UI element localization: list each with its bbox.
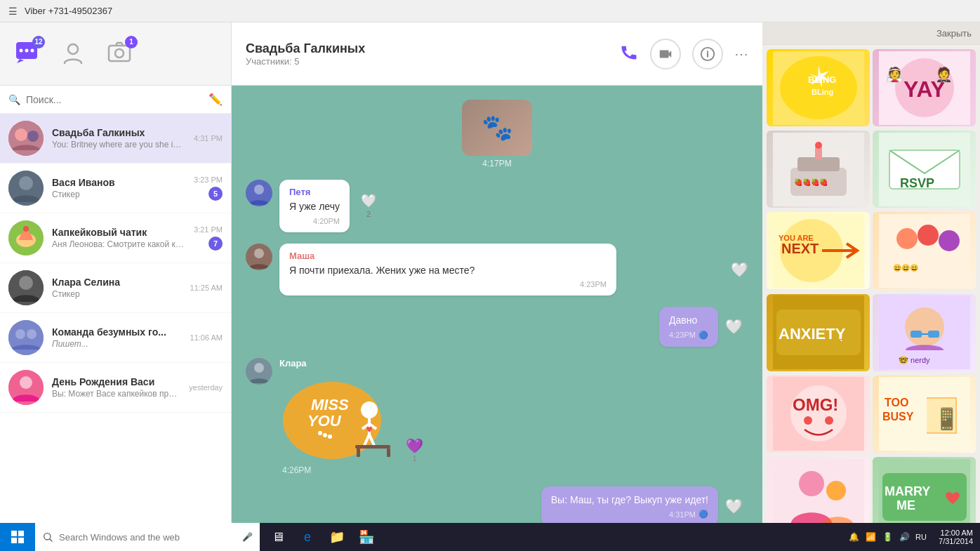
chat-meta-bday: yesterday [189, 383, 223, 392]
like-petya[interactable]: 🤍 2 [361, 193, 376, 218]
taskbar-search-area: 🎤 [35, 523, 260, 551]
svg-rect-66 [879, 214, 970, 288]
dog-sticker-time: 4:17PM [482, 159, 511, 168]
taskbar-search-icon [42, 531, 53, 543]
chat-subtitle: Участники: 5 [246, 56, 612, 67]
taskbar: 🎤 🖥 e 📁 🏪 🔔 📶 🔋 🔊 RU 12:00 AM 7/31/2014 [0, 523, 980, 551]
call-button[interactable] [619, 42, 639, 66]
taskbar-browser-icon[interactable]: e [295, 523, 320, 551]
chat-info-svadba: Свадьба Галкиных You: Britney where are … [52, 127, 185, 150]
svg-point-26 [254, 248, 264, 258]
message-klara-sticker: Клара MISS YOU [246, 358, 748, 475]
svg-point-69 [939, 230, 960, 251]
battery-icon[interactable]: 🔋 [880, 530, 894, 544]
svg-rect-78 [928, 331, 939, 338]
app-body: 12 1 [0, 22, 980, 551]
avatar-cupcake [8, 220, 44, 255]
svg-point-11 [19, 176, 33, 190]
svg-text:ME: ME [896, 498, 915, 512]
like-masha[interactable]: 🤍 [731, 261, 748, 278]
chat-header-info: Свадьба Галкиных Участники: 5 [246, 41, 612, 67]
svg-text:NEXT: NEXT [781, 241, 819, 256]
chat-item-vasya[interactable]: Вася Иванов Стикер 3:23 PM 5 [0, 164, 231, 213]
chat-name-vasya: Вася Иванов [52, 177, 185, 188]
sticker-cake[interactable]: 🍓🍓🍓🍓 [767, 131, 870, 208]
chat-item-klara[interactable]: Клара Селина Стикер 11:25 AM [0, 263, 231, 313]
text-davno: Давно [669, 314, 708, 328]
sidebar-item-contacts[interactable] [60, 40, 86, 68]
sender-masha: Маша [289, 251, 607, 261]
sticker-anxiety[interactable]: ANXIETY ! [767, 294, 870, 371]
svg-point-4 [68, 44, 78, 54]
chat-badge-cupcake: 7 [208, 237, 223, 251]
svg-rect-105 [18, 531, 24, 536]
svg-rect-107 [18, 538, 24, 543]
svg-point-92 [826, 481, 846, 500]
taskbar-desktop-icon[interactable]: 🖥 [265, 523, 291, 551]
text-mashgde: Вы: Маш, ты где? Выкуп уже идет! [551, 493, 708, 507]
chat-meta-svadba: 4:31 PM [194, 134, 223, 142]
svg-point-68 [918, 225, 939, 246]
more-button[interactable]: ⋯ [734, 46, 748, 62]
video-call-button[interactable] [650, 39, 681, 69]
svg-point-57 [815, 142, 822, 149]
svg-text:MARRY: MARRY [885, 484, 930, 498]
sidebar-header: 12 1 [0, 22, 231, 86]
chat-item-cupcake[interactable]: Капкейковый чатик Аня Леонова: Смотрите … [0, 213, 231, 263]
network-icon[interactable]: 📶 [863, 530, 878, 544]
close-sticker-button[interactable]: Закрыть [936, 28, 972, 39]
chat-header: Свадьба Галкиных Участники: 5 [232, 22, 762, 86]
svg-rect-104 [11, 531, 17, 536]
taskbar-folder-icon[interactable]: 📁 [324, 523, 350, 551]
svg-point-35 [361, 401, 378, 418]
notifications-icon[interactable]: 🔔 [847, 530, 861, 544]
svg-text:😄😄😄: 😄😄😄 [893, 263, 919, 272]
message-dog-sticker: 🐾 4:17PM [246, 100, 748, 168]
chat-preview-cupcake: Аня Леонова: Смотрите какой капкейк я пи… [52, 239, 185, 249]
chat-item-bday[interactable]: День Рождения Васи Вы: Может Васе капкей… [0, 363, 231, 413]
chat-time-svadba: 4:31 PM [194, 134, 223, 142]
taskbar-sys-area: 🔔 📶 🔋 🔊 RU 12:00 AM 7/31/2014 [840, 529, 980, 545]
svg-point-1 [20, 48, 23, 52]
chat-name-cupcake: Капкейковый чатик [52, 227, 185, 238]
like-klara-sticker[interactable]: 💜 [406, 437, 423, 454]
sticker-friends[interactable]: 😄😄😄 [873, 212, 976, 289]
edit-icon[interactable]: ✏️ [208, 93, 223, 106]
search-bar: 🔍 ✏️ [0, 86, 231, 114]
chat-name-klara: Клара Селина [52, 277, 182, 288]
svg-text:ANXIETY: ANXIETY [779, 325, 846, 343]
chat-info-bday: День Рождения Васи Вы: Может Васе капкей… [52, 376, 180, 399]
sidebar-item-chats[interactable]: 12 [14, 40, 39, 68]
like-mashgde[interactable]: 🤍 [725, 498, 743, 515]
chat-title: Свадьба Галкиных [246, 41, 612, 56]
sticker-omg[interactable]: OMG! [767, 376, 870, 453]
avatar-masha-msg [246, 244, 272, 270]
svg-text:🤵: 🤵 [935, 66, 953, 83]
taskbar-store-icon[interactable]: 🏪 [354, 523, 379, 551]
volume-icon[interactable]: 🔊 [897, 530, 911, 544]
sticker-next[interactable]: YOU ARE NEXT [767, 212, 870, 289]
sticker-bling[interactable]: BLING BLing [767, 49, 870, 126]
search-input[interactable] [26, 94, 203, 105]
chat-list: Свадьба Галкиных You: Britney where are … [0, 114, 231, 544]
chat-item-team[interactable]: Команда безумных го... Пишет... 11:06 AM [0, 313, 231, 363]
sticker-busy[interactable]: TOO BUSY 📱 [873, 376, 976, 453]
sticker-rsvp[interactable]: RSVP [873, 131, 976, 208]
chat-preview-svadba: You: Britney where are you she is about … [52, 140, 185, 150]
taskbar-search-input[interactable] [59, 532, 237, 543]
sidebar-item-more[interactable]: 1 [107, 40, 132, 68]
chat-item-svadba[interactable]: Свадьба Галкиных You: Britney where are … [0, 114, 231, 164]
info-button[interactable] [692, 39, 723, 69]
svg-point-28 [254, 363, 264, 373]
avatar-bday [8, 370, 44, 405]
title-bar: ☰ Viber +731-49502367 [0, 0, 980, 22]
sticker-yay[interactable]: YAY 👰 🤵 [873, 49, 976, 126]
sticker-nerd[interactable]: 🤓 nerdy [873, 294, 976, 371]
menu-icon[interactable]: ☰ [8, 6, 18, 17]
message-davno: 🤍 Давно 4:23PM 🔵 [246, 307, 748, 347]
svg-point-24 [254, 185, 264, 194]
svg-text:🍓🍓🍓🍓: 🍓🍓🍓🍓 [794, 178, 828, 187]
start-button[interactable] [0, 523, 35, 551]
like-davno[interactable]: 🤍 [725, 318, 743, 335]
svg-point-3 [31, 48, 34, 52]
